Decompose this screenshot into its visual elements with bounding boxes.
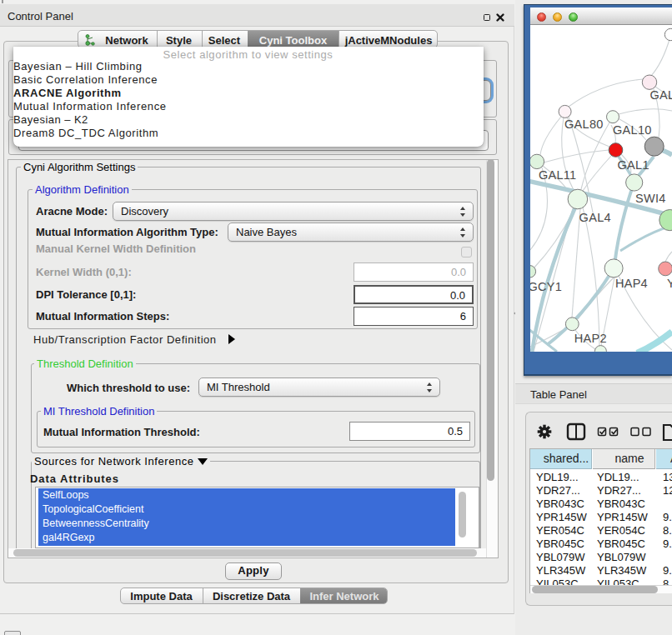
svg-text:GAL10: GAL10 — [613, 123, 652, 137]
svg-text:Y: Y — [667, 277, 672, 290]
svg-text:GCY1: GCY1 — [530, 280, 562, 293]
svg-text:GAL11: GAL11 — [539, 168, 577, 182]
svg-text:HAP4: HAP4 — [615, 277, 648, 290]
svg-text:HAP2: HAP2 — [574, 332, 607, 345]
svg-text:GAL80: GAL80 — [564, 118, 604, 131]
svg-text:SWI4: SWI4 — [635, 192, 666, 205]
svg-text:GAL1: GAL1 — [618, 158, 649, 172]
svg-text:GAL8: GAL8 — [650, 88, 672, 102]
svg-text:GAL4: GAL4 — [579, 211, 611, 224]
